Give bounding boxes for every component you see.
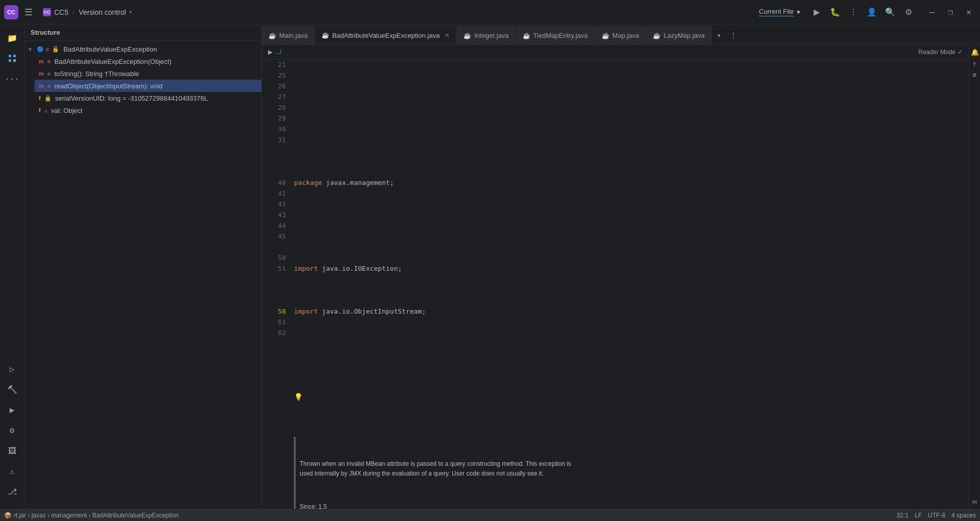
- profiler-icon[interactable]: ⚙: [3, 421, 21, 439]
- minimize-button[interactable]: —: [925, 5, 939, 19]
- titlebar: CC ☰ CC CC5 › Version control ▾ Current …: [0, 0, 980, 25]
- code-line: [294, 91, 969, 102]
- tree-type-icon: 🔵: [37, 46, 44, 53]
- line-separator[interactable]: LF: [915, 512, 922, 519]
- java-icon: ☕: [523, 32, 530, 39]
- tree-item[interactable]: f 🔒 serialVersionUID: long = -3105272988…: [35, 92, 261, 104]
- tree-item-label: readObject(ObjectInputStream): void: [54, 82, 162, 90]
- current-file-selector[interactable]: Current File ▾: [755, 6, 804, 18]
- tab-tiedmapentry-java[interactable]: ☕ TiedMapEntry.java: [516, 26, 595, 44]
- svg-rect-0: [9, 55, 11, 57]
- java-icon: ☕: [322, 32, 329, 39]
- tab-map-java[interactable]: ☕ Map.java: [595, 26, 646, 44]
- separator: ›: [72, 8, 75, 16]
- tree-root-label: BadAttributeValueExpException: [63, 45, 157, 53]
- structure-tree: ▼ 🔵 c 🔓 BadAttributeValueExpException m …: [24, 41, 261, 119]
- notifications-icon[interactable]: 🔔: [970, 47, 980, 57]
- profile-button[interactable]: 👤: [864, 4, 880, 20]
- git-sidebar-icon[interactable]: ⎇: [3, 482, 21, 501]
- structure-icon[interactable]: [3, 49, 21, 67]
- svg-rect-3: [13, 59, 16, 62]
- encoding-indicator[interactable]: UTF-8: [928, 512, 945, 519]
- tree-selected-item[interactable]: m ⊕ readObject(ObjectInputStream): void: [35, 80, 261, 92]
- tab-label: Map.java: [612, 32, 640, 39]
- breadcrumb-path: 📦 rt.jar › javax › management › BadAttri…: [4, 512, 179, 519]
- checkmark-icon: ✓: [958, 49, 963, 56]
- tab-label: TiedMapEntry.java: [533, 32, 588, 39]
- project-selector[interactable]: CC CC5 › Version control ▾: [39, 6, 136, 18]
- main-area: 📁 ··· ▷ 🔨 ▶ ⚙ 🖼 ⚠ ⎇ Structure ▼: [0, 25, 980, 509]
- tab-label: Main.java: [279, 32, 308, 39]
- lightbulb-icon[interactable]: 💡: [294, 392, 303, 402]
- close-button[interactable]: ✕: [962, 5, 976, 19]
- code-line: [294, 134, 969, 145]
- code-area[interactable]: 21 25 26 27 28 29 30 31 40 41 42: [262, 59, 969, 509]
- tab-label: BadAttributeValueExpException.java: [332, 32, 440, 39]
- reader-mode-label: Reader Mode: [918, 49, 955, 56]
- editor-top-bar: ▶ .../ Reader Mode ✓: [262, 45, 969, 59]
- tree-item-label: val: Object: [51, 107, 82, 114]
- tab-bad-attribute[interactable]: ☕ BadAttributeValueExpException.java ✕: [315, 26, 457, 44]
- tree-class-badge: c: [46, 46, 49, 52]
- left-sidebar: 📁 ··· ▷ 🔨 ▶ ⚙ 🖼 ⚠ ⎇: [0, 25, 24, 509]
- access-icon: 🔒: [44, 95, 52, 102]
- run-sidebar-icon[interactable]: ▶: [3, 400, 21, 419]
- chevron-down-icon: ▾: [797, 8, 800, 16]
- field-badge: f: [39, 95, 41, 101]
- java-icon: ☕: [463, 32, 471, 39]
- tree-access-icon: 🔓: [52, 46, 59, 53]
- line-numbers: 21 25 26 27 28 29 30 31 40 41 42: [262, 59, 290, 509]
- m-icon[interactable]: m: [970, 496, 980, 507]
- tab-main-java[interactable]: ☕ Main.java: [262, 26, 314, 44]
- more-tabs-button[interactable]: ▾: [712, 26, 726, 44]
- database-icon[interactable]: 🖼: [3, 441, 21, 460]
- expand-icon[interactable]: ▶: [268, 49, 273, 56]
- tab-options-button[interactable]: ⋮: [726, 26, 741, 44]
- access-icon: ⊕: [47, 83, 51, 89]
- hamburger-menu[interactable]: ☰: [22, 5, 35, 19]
- status-path-text: rt.jar › javax › management › BadAttribu…: [14, 512, 179, 519]
- tree-item[interactable]: m ⊕ toString(): String †Throwable: [35, 67, 261, 80]
- search-button[interactable]: 🔍: [882, 4, 898, 20]
- breadcrumb-dots: .../: [275, 49, 281, 56]
- method-badge: m: [39, 58, 44, 64]
- position-indicator[interactable]: 32:1: [897, 512, 909, 519]
- bottom-sidebar-icons: ▷ 🔨 ▶ ⚙ 🖼 ⚠ ⎇: [3, 360, 21, 505]
- folder-icon[interactable]: 📁: [3, 29, 21, 47]
- tree-item[interactable]: f ⚠ val: Object: [35, 104, 261, 116]
- status-bar: 📦 rt.jar › javax › management › BadAttri…: [0, 509, 980, 521]
- svg-rect-2: [9, 59, 11, 62]
- debug-icon[interactable]: 🐛: [827, 4, 843, 20]
- problems-icon[interactable]: ⚠: [3, 462, 21, 480]
- doc-comment-line: Thrown when an invalid MBean attribute i…: [294, 435, 969, 509]
- java-icon: ☕: [268, 32, 276, 39]
- tree-root-item[interactable]: ▼ 🔵 c 🔓 BadAttributeValueExpException: [24, 43, 261, 55]
- structure-header: Structure: [24, 25, 261, 41]
- maximize-button[interactable]: ❐: [943, 5, 958, 19]
- field-badge: f: [39, 107, 41, 113]
- push-icon[interactable]: ↑: [970, 58, 980, 68]
- sidebar-toggle-icon[interactable]: ≡: [970, 69, 980, 80]
- more-dots-icon[interactable]: ···: [3, 69, 21, 88]
- tree-item[interactable]: m ⊕ BadAttributeValueExpException(Object…: [35, 55, 261, 67]
- indent-indicator[interactable]: 4 spaces: [951, 512, 976, 519]
- run-button[interactable]: ▶: [808, 4, 825, 20]
- plugins-icon[interactable]: ▷: [3, 360, 21, 378]
- code-line: import java.io.IOException;: [294, 263, 969, 274]
- breadcrumb: ▶ .../: [268, 49, 281, 56]
- build-icon[interactable]: 🔨: [3, 380, 21, 398]
- method-badge: m: [39, 70, 44, 77]
- tab-close-button[interactable]: ✕: [445, 32, 450, 39]
- editor-area: ☕ Main.java ☕ BadAttributeValueExpExcept…: [262, 25, 980, 509]
- tab-label: Integer.java: [474, 32, 508, 39]
- doc-since: Since: 1.5: [300, 501, 571, 509]
- tab-lazymap-java[interactable]: ☕ LazyMap.java: [646, 26, 711, 44]
- tab-integer-java[interactable]: ☕ Integer.java: [457, 26, 515, 44]
- more-actions-button[interactable]: ⋮: [845, 4, 862, 20]
- code-line: 💡: [294, 392, 969, 402]
- settings-button[interactable]: ⚙: [900, 4, 917, 20]
- titlebar-actions: ▶ 🐛 ⋮ 👤 🔍 ⚙: [808, 4, 917, 20]
- code-line: [294, 220, 969, 231]
- reader-mode-button[interactable]: Reader Mode ✓: [918, 49, 963, 56]
- code-editor[interactable]: package javax.management; import java.io…: [290, 59, 969, 509]
